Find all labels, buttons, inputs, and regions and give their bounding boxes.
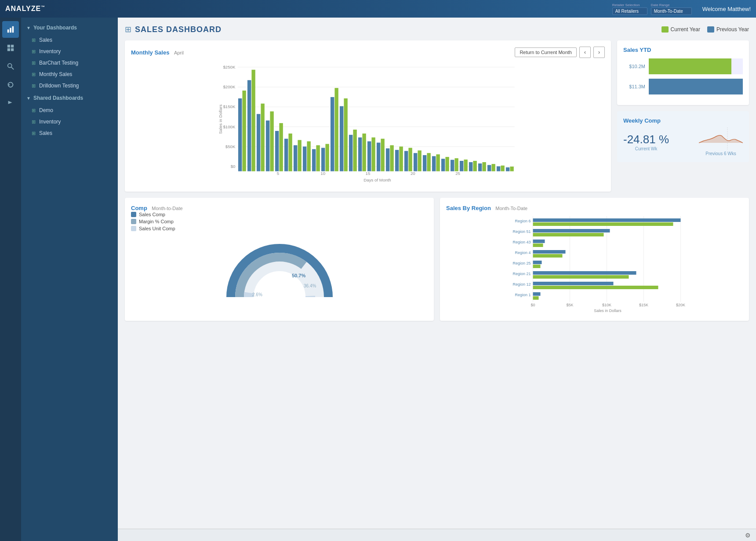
svg-rect-113 <box>533 271 636 275</box>
svg-text:$250K: $250K <box>223 65 236 69</box>
icon-search[interactable] <box>2 58 19 75</box>
svg-rect-30 <box>247 80 251 171</box>
retailer-select[interactable]: All Retailers <box>612 7 647 15</box>
barchart-grid-icon: ⊞ <box>32 60 36 66</box>
svg-text:50.7%: 50.7% <box>292 273 305 278</box>
your-dashboards-arrow: ▼ <box>26 25 31 30</box>
svg-rect-41 <box>298 140 301 171</box>
svg-text:$100K: $100K <box>223 124 236 129</box>
svg-rect-4 <box>11 45 14 47</box>
icon-bar-chart[interactable] <box>2 21 19 38</box>
region-chart: Region 6 Region 51 Region 43 Region 4 <box>446 216 743 313</box>
shared-dashboards-arrow: ▼ <box>26 96 31 101</box>
return-current-month-button[interactable]: Return to Current Month <box>515 47 577 57</box>
svg-rect-102 <box>533 233 604 236</box>
svg-text:Region 25: Region 25 <box>512 261 531 265</box>
svg-rect-52 <box>349 135 353 171</box>
svg-rect-117 <box>533 286 658 289</box>
svg-rect-59 <box>381 139 384 171</box>
svg-text:10: 10 <box>320 171 325 176</box>
comp-chart-container: 50.7% 36.4% 2.6% <box>131 236 428 301</box>
svg-text:Region 43: Region 43 <box>512 240 531 244</box>
svg-rect-45 <box>316 145 320 171</box>
sidebar-item-inventory-1[interactable]: ⊞ Inventory <box>21 46 118 57</box>
comp-legend-margin: Margin % Comp <box>131 219 428 224</box>
monthly-sales-header: Monthly Sales April Return to Current Mo… <box>131 47 605 58</box>
icon-strip <box>0 18 21 541</box>
legend: Current Year Previous Year <box>662 26 749 33</box>
svg-text:$0: $0 <box>531 303 535 307</box>
svg-rect-31 <box>251 70 255 171</box>
svg-rect-86 <box>506 167 509 171</box>
svg-rect-81 <box>482 162 486 171</box>
svg-rect-98 <box>533 218 681 222</box>
inventory1-grid-icon: ⊞ <box>32 49 36 54</box>
monthly-sales-title: Monthly Sales <box>131 49 169 56</box>
sales-by-region-card: Sales By Region Month-To-Date Region 6 <box>440 198 749 321</box>
svg-rect-111 <box>533 265 541 268</box>
svg-rect-79 <box>473 161 476 171</box>
svg-rect-40 <box>294 145 297 171</box>
svg-line-8 <box>11 67 14 69</box>
legend-current-year: Current Year <box>662 26 700 33</box>
shared-dashboards-section[interactable]: ▼ Shared Dashboards <box>21 91 118 105</box>
sidebar-item-sales-shared[interactable]: ⊞ Sales <box>21 127 118 139</box>
topbar: ANALYZE™ Retailer Selection All Retailer… <box>0 0 756 18</box>
welcome-message[interactable]: Welcome Matthew! <box>702 6 751 12</box>
sidebar-item-barchart-testing[interactable]: ⊞ BarChart Testing <box>21 57 118 69</box>
weekly-comp-sparkline-area: Previous 6 Wks <box>699 127 743 156</box>
monthly-sales-chart-area: $250K $200K $150K $100K $50K $0 Sales in… <box>131 62 605 185</box>
bottom-row: Comp Month-to-Date Sales Comp Margin % C… <box>125 198 749 321</box>
svg-rect-63 <box>399 146 403 171</box>
svg-rect-49 <box>334 88 338 171</box>
prev-month-button[interactable]: ‹ <box>579 47 591 58</box>
svg-rect-58 <box>377 143 380 171</box>
svg-rect-85 <box>501 166 504 171</box>
sidebar-item-inventory-2[interactable]: ⊞ Inventory <box>21 116 118 127</box>
your-dashboards-section[interactable]: ▼ Your Dashboards <box>21 21 118 34</box>
retailer-select-group: Retailer Selection All Retailers <box>612 3 647 15</box>
icon-refresh[interactable] <box>2 76 19 93</box>
region-chart-area: Region 6 Region 51 Region 43 Region 4 <box>446 216 743 315</box>
icon-flag[interactable] <box>2 95 19 112</box>
weekly-comp-body: -24.81 % Current Wk Previous 6 Wks <box>623 127 743 156</box>
sidebar-item-monthly-sales[interactable]: ⊞ Monthly Sales <box>21 69 118 80</box>
svg-rect-78 <box>469 162 472 171</box>
svg-text:$15K: $15K <box>639 303 648 307</box>
svg-rect-50 <box>340 106 343 171</box>
svg-rect-0 <box>7 29 9 33</box>
next-month-button[interactable]: › <box>593 47 605 58</box>
svg-rect-72 <box>441 159 445 171</box>
svg-rect-38 <box>284 139 288 171</box>
date-range-select-group: Date Range Month-To-Date <box>651 3 692 15</box>
svg-rect-32 <box>257 114 260 171</box>
svg-rect-64 <box>404 151 408 171</box>
svg-rect-80 <box>478 163 482 171</box>
region-header: Sales By Region Month-To-Date <box>446 204 743 212</box>
svg-rect-29 <box>242 91 246 171</box>
svg-text:$10K: $10K <box>602 303 611 307</box>
svg-rect-107 <box>533 250 566 254</box>
gear-icon[interactable]: ⚙ <box>745 532 751 539</box>
svg-rect-55 <box>362 134 366 171</box>
svg-rect-84 <box>497 166 500 171</box>
legend-current-year-color <box>662 26 669 33</box>
svg-rect-120 <box>533 296 539 300</box>
svg-rect-43 <box>307 142 310 171</box>
svg-rect-77 <box>464 160 467 171</box>
sidebar-item-drilldown-testing[interactable]: ⊞ Drilldown Testing <box>21 80 118 91</box>
svg-text:$20K: $20K <box>676 303 685 307</box>
svg-rect-68 <box>423 155 426 171</box>
icon-grid[interactable] <box>2 40 19 56</box>
sales-grid-icon: ⊞ <box>32 37 36 43</box>
svg-rect-119 <box>533 292 541 296</box>
ytd-current-bar <box>649 58 731 74</box>
sales-ytd-card: Sales YTD $10.2M $11.3M <box>617 40 749 105</box>
date-range-select[interactable]: Month-To-Date <box>651 7 692 15</box>
svg-rect-47 <box>325 144 329 171</box>
sidebar-item-demo[interactable]: ⊞ Demo <box>21 105 118 116</box>
svg-rect-62 <box>395 150 399 171</box>
monthly-sales-chart: $250K $200K $150K $100K $50K $0 Sales in… <box>131 62 605 185</box>
svg-text:Region 21: Region 21 <box>512 272 531 276</box>
topbar-controls: Retailer Selection All Retailers Date Ra… <box>612 3 751 15</box>
